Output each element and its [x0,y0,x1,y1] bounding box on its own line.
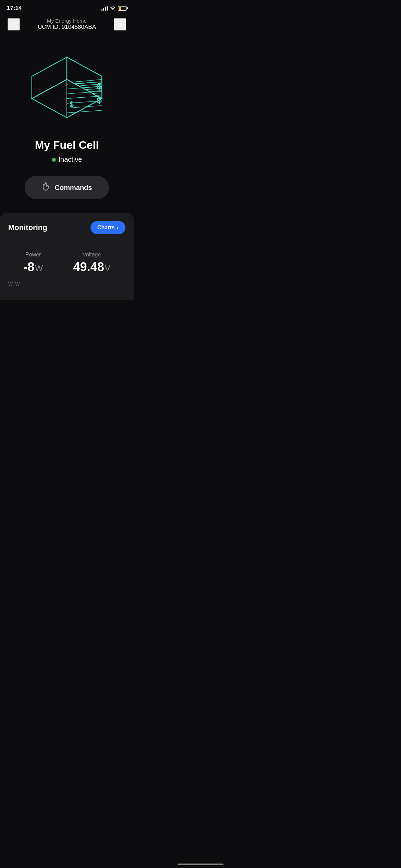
commands-button[interactable]: Commands [25,176,109,199]
status-time: 17:14 [7,5,22,12]
battery-icon [118,6,127,11]
commands-label: Commands [55,184,92,192]
main-content: $ $ $ My Fuel Cell Inactive Commands [0,36,134,209]
svg-line-7 [92,93,102,94]
power-label: Power [23,252,43,258]
header-subtitle: UCM ID: 9104580ABA [38,24,96,31]
svg-text:$: $ [70,100,73,108]
monitoring-title: Monitoring [8,223,47,232]
device-status: Inactive [52,156,82,164]
charts-button[interactable]: Charts › [90,221,125,234]
power-metric: Power -8W [23,252,43,274]
signal-icon [101,6,108,11]
touch-icon [42,182,51,193]
voltage-label: Voltage [73,252,110,258]
svg-line-15 [67,110,102,113]
chart-labels: W, W [8,281,125,287]
svg-text:$: $ [97,95,101,105]
monitoring-header: Monitoring Charts › [8,221,125,234]
metrics-row: Power -8W Voltage 49.48V [8,252,125,274]
status-icons [101,5,127,11]
power-value: -8W [23,260,43,274]
voltage-value: 49.48V [73,260,110,274]
settings-button[interactable] [114,18,126,31]
status-bar: 17:14 [0,0,134,14]
svg-point-0 [119,23,121,25]
chevron-right-icon: › [117,225,119,231]
charts-label: Charts [97,225,115,231]
voltage-metric: Voltage 49.48V [73,252,110,274]
svg-line-12 [67,96,102,98]
svg-text:$: $ [97,81,101,91]
header-center: My Energy Home UCM ID: 9104580ABA [38,18,96,31]
monitoring-section: Monitoring Charts › Power -8W Voltage 49… [0,213,134,300]
device-illustration: $ $ $ [22,46,111,129]
wifi-icon [110,5,116,11]
divider [8,241,125,241]
back-button[interactable] [8,18,20,31]
status-dot [52,158,56,162]
header: My Energy Home UCM ID: 9104580ABA [0,14,134,36]
header-title: My Energy Home [38,18,96,24]
device-name: My Fuel Cell [35,139,99,152]
status-label: Inactive [59,156,82,164]
